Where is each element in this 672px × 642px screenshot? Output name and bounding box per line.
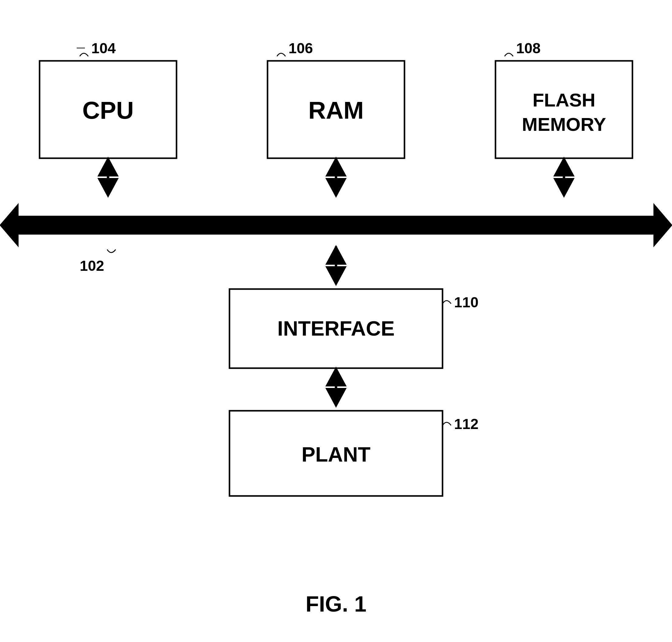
bus-to-interface-up-arrow (325, 245, 347, 265)
ref-104-tick-mark (80, 53, 88, 56)
ref-112: 112 (454, 416, 479, 432)
ref-104: 104 (91, 40, 116, 56)
ref-104-tick: ⸺ (75, 41, 86, 53)
flash-down-arrow (553, 178, 575, 198)
ram-down-arrow (325, 178, 347, 198)
ref-106: 106 (289, 40, 313, 56)
plant-label: PLANT (302, 443, 371, 466)
diagram-svg: CPU RAM FLASH MEMORY ⸺ 104 106 108 102 I… (0, 0, 672, 642)
cpu-up-arrow (97, 157, 119, 177)
interface-to-plant-down-arrow (325, 388, 347, 408)
cpu-down-arrow (97, 178, 119, 198)
flash-label-line2: MEMORY (522, 114, 606, 135)
ref-110: 110 (454, 294, 479, 310)
ref-102: 102 (80, 258, 104, 274)
bus-to-interface-down-arrow (325, 266, 347, 286)
ref-106-tick-mark (277, 53, 286, 56)
ram-label: RAM (308, 97, 364, 124)
cpu-label: CPU (83, 97, 134, 124)
fig-label: FIG. 1 (306, 592, 366, 616)
flash-label-line1: FLASH (533, 89, 596, 111)
flash-up-arrow (553, 157, 575, 177)
ref-110-tick-mark (443, 300, 451, 304)
ref-108-tick-mark (505, 53, 513, 56)
bus-arrow (0, 204, 672, 246)
interface-to-plant-up-arrow (325, 367, 347, 386)
interface-label: INTERFACE (277, 317, 394, 340)
ref-112-tick-mark (443, 422, 451, 425)
ref-108: 108 (516, 40, 541, 56)
ref-102-tick-mark (107, 249, 116, 253)
ram-up-arrow (325, 157, 347, 177)
